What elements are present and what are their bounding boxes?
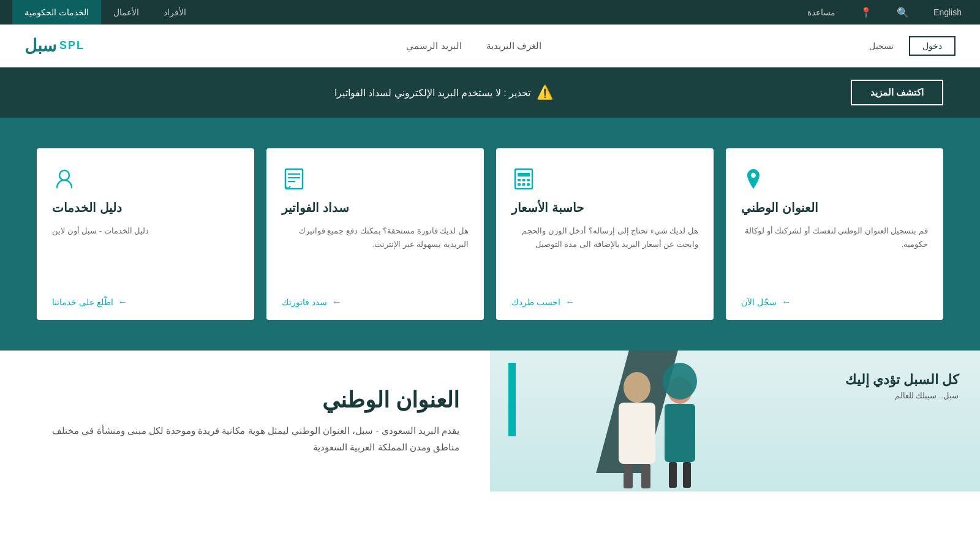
login-button[interactable]: دخول: [909, 36, 956, 56]
service-title-directory: دليل الخدمات: [52, 200, 122, 215]
svg-rect-15: [624, 464, 633, 488]
service-title-price-calculator: حاسبة الأسعار: [511, 200, 584, 215]
alert-text: ⚠️ تحذير : لا يستخدم البريد الإلكتروني ل…: [37, 85, 851, 100]
service-link-arrow: ←: [782, 297, 791, 308]
alert-icon: ⚠️: [537, 85, 553, 100]
svg-rect-2: [518, 179, 521, 181]
alert-banner: اكتشف المزيد ⚠️ تحذير : لا يستخدم البريد…: [0, 67, 980, 118]
top-nav-menu: الأفراد الأعمال الخدمات الحكومية: [12, 0, 198, 25]
svg-rect-6: [522, 183, 526, 186]
svg-rect-5: [518, 183, 521, 186]
register-button[interactable]: تسجيل: [863, 37, 900, 55]
service-card-directory: دليل الخدمات دليل الخدمات - سبل أون لاين…: [37, 148, 254, 320]
service-link-bill-payment[interactable]: ← سدد فاتورتك: [282, 297, 342, 308]
service-card-price-calculator: حاسبة الأسعار هل لديك شيء تحتاج إلى إرسا…: [496, 148, 714, 320]
service-link-arrow3: ←: [332, 297, 342, 308]
service-link-arrow2: ←: [565, 297, 575, 308]
service-link-arrow4: ←: [118, 297, 128, 308]
language-switcher[interactable]: English: [927, 7, 968, 17]
svg-rect-8: [285, 169, 303, 189]
service-link-national-address[interactable]: ← سجّل الآن: [741, 297, 791, 308]
svg-point-18: [663, 363, 697, 400]
svg-rect-14: [619, 403, 655, 464]
service-title-bill-payment: سداد الفواتير: [282, 200, 349, 215]
svg-point-13: [624, 372, 650, 403]
promo-title: كل السبل تؤدي إليك: [845, 372, 959, 388]
service-link-label-price-calc: احسب طردك: [511, 297, 560, 307]
nav-links: الغرف البريدية البريد الرسمي: [406, 40, 541, 51]
service-desc-national-address: قم بتسجيل العنوان الوطني لنفسك أو لشركتك…: [741, 224, 928, 284]
directory-icon: [52, 167, 239, 191]
nav-individuals[interactable]: الأفراد: [151, 0, 198, 25]
nav-business[interactable]: الأعمال: [101, 0, 151, 25]
service-link-directory[interactable]: ← اطّلع على خدماتنا: [52, 297, 128, 308]
discover-more-button[interactable]: اكتشف المزيد: [851, 80, 943, 105]
svg-point-12: [59, 170, 69, 180]
location-icon[interactable]: 📍: [854, 7, 878, 18]
nav-government[interactable]: الخدمات الحكومية: [12, 0, 101, 25]
service-desc-directory: دليل الخدمات - سبل أون لاين: [52, 224, 149, 284]
promo-subtitle: سبل.. سيبلك للعالم: [845, 391, 959, 400]
svg-rect-20: [669, 462, 677, 488]
national-address-icon: [741, 167, 928, 191]
svg-rect-4: [527, 179, 530, 181]
nav-actions: دخول تسجيل: [863, 36, 956, 56]
search-icon[interactable]: 🔍: [891, 7, 915, 18]
service-title-national-address: العنوان الوطني: [741, 200, 818, 215]
service-desc-bill-payment: هل لديك فاتورة مستحقة؟ بمكنك دفع جميع فو…: [282, 224, 469, 284]
service-desc-price-calculator: هل لديك شيء تحتاج إلى إرساله؟ أدخل الوزن…: [511, 224, 698, 284]
service-card-national-address: العنوان الوطني قم بتسجيل العنوان الوطني …: [726, 148, 943, 320]
main-navigation: دخول تسجيل الغرف البريدية البريد الرسمي …: [0, 25, 980, 67]
service-link-price-calculator[interactable]: ← احسب طردك: [511, 297, 575, 308]
official-mail-link[interactable]: البريد الرسمي: [406, 40, 461, 51]
svg-rect-21: [683, 462, 691, 488]
top-nav-left: English 🔍 📍 مساعدة: [801, 7, 968, 18]
bill-payment-icon: [282, 167, 469, 191]
logo: SPL سبل: [24, 36, 85, 56]
logo-spl-text: SPL: [59, 39, 85, 52]
svg-rect-7: [527, 183, 530, 186]
bottom-section: كل السبل تؤدي إليك سبل.. سيبلك للعالم ال…: [0, 351, 980, 491]
top-navigation: English 🔍 📍 مساعدة الأفراد الأعمال الخدم…: [0, 0, 980, 25]
services-grid: العنوان الوطني قم بتسجيل العنوان الوطني …: [37, 148, 943, 320]
promo-image-panel: كل السبل تؤدي إليك سبل.. سيبلك للعالم: [490, 351, 980, 491]
svg-rect-1: [518, 173, 530, 176]
help-link[interactable]: مساعدة: [801, 7, 842, 17]
national-address-title: العنوان الوطني: [31, 387, 459, 413]
price-calculator-icon: [511, 167, 698, 191]
national-address-desc: يقدم البريد السعودي - سبل، العنوان الوطن…: [31, 422, 459, 455]
service-link-label-directory: اطّلع على خدماتنا: [52, 297, 113, 307]
svg-rect-3: [522, 179, 526, 181]
service-link-label-bill: سدد فاتورتك: [282, 297, 327, 307]
logo-arabic-text: سبل: [24, 36, 56, 56]
service-card-bill-payment: سداد الفواتير هل لديك فاتورة مستحقة؟ بمك…: [266, 148, 484, 320]
svg-rect-19: [665, 404, 695, 462]
service-link-label-national-address: سجّل الآن: [741, 297, 777, 307]
postal-boxes-link[interactable]: الغرف البريدية: [486, 40, 541, 51]
people-svg: [490, 351, 735, 491]
alert-message: تحذير : لا يستخدم البريد الإلكتروني لسدا…: [334, 87, 531, 99]
national-address-panel: العنوان الوطني يقدم البريد السعودي - سبل…: [0, 351, 490, 491]
services-section: العنوان الوطني قم بتسجيل العنوان الوطني …: [0, 118, 980, 351]
svg-rect-16: [641, 464, 650, 488]
